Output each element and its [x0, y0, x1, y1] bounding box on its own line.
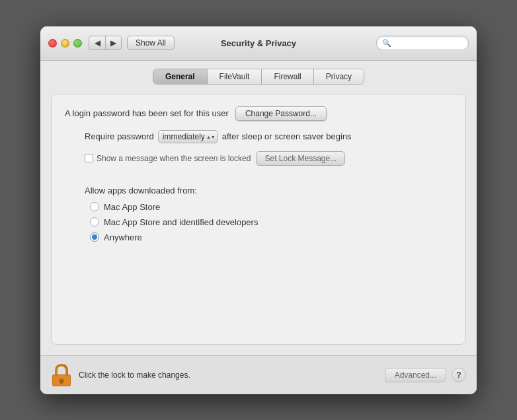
nav-buttons: ◀ ▶ — [89, 36, 122, 50]
bottom-bar: Click the lock to make changes. Advanced… — [40, 355, 477, 394]
lock-text: Click the lock to make changes. — [79, 370, 385, 380]
set-lock-message-button[interactable]: Set Lock Message... — [256, 151, 345, 166]
radio-mac-app-store-btn[interactable] — [90, 202, 99, 211]
svg-rect-3 — [61, 381, 63, 384]
radio-mac-app-store-identified-btn[interactable] — [90, 217, 99, 227]
radio-mac-app-store-label: Mac App Store — [104, 202, 160, 212]
after-sleep-text: after sleep or screen saver begins — [222, 131, 352, 141]
password-select[interactable]: immediately 5 seconds 1 minute 5 minutes… — [158, 130, 218, 143]
radio-mac-app-store-identified[interactable]: Mac App Store and identified developers — [90, 217, 452, 227]
login-password-text: A login password has been set for this u… — [65, 108, 229, 118]
tab-filevault[interactable]: FileVault — [208, 69, 262, 84]
search-input[interactable] — [394, 38, 463, 48]
titlebar: ◀ ▶ Show All Security & Privacy 🔍 — [40, 26, 477, 61]
lock-message-label-text: Show a message when the screen is locked — [97, 154, 251, 163]
allow-apps-title: Allow apps downloaded from: — [85, 186, 452, 195]
security-privacy-window: ◀ ▶ Show All Security & Privacy 🔍 Genera… — [40, 26, 477, 394]
help-button[interactable]: ? — [452, 368, 466, 382]
window-title: Security & Privacy — [221, 38, 296, 48]
content-area: General FileVault Firewall Privacy A log… — [40, 61, 477, 355]
show-all-button[interactable]: Show All — [127, 36, 175, 50]
radio-anywhere-btn[interactable] — [90, 232, 99, 242]
maximize-button[interactable] — [73, 39, 82, 48]
password-select-wrapper: immediately 5 seconds 1 minute 5 minutes… — [158, 130, 218, 143]
tab-general[interactable]: General — [153, 69, 208, 84]
lock-message-checkbox-label[interactable]: Show a message when the screen is locked — [85, 154, 251, 163]
require-password-label: Require password — [85, 131, 154, 141]
close-button[interactable] — [48, 39, 57, 48]
minimize-button[interactable] — [61, 39, 69, 48]
tab-firewall[interactable]: Firewall — [262, 69, 313, 84]
lock-icon[interactable] — [51, 363, 72, 388]
radio-mac-app-store[interactable]: Mac App Store — [90, 202, 452, 212]
tab-privacy[interactable]: Privacy — [314, 69, 364, 84]
search-box: 🔍 — [376, 36, 469, 50]
lock-message-row: Show a message when the screen is locked… — [85, 151, 452, 166]
radio-group: Mac App Store Mac App Store and identifi… — [90, 202, 452, 242]
tabs: General FileVault Firewall Privacy — [51, 69, 466, 85]
radio-mac-app-store-identified-label: Mac App Store and identified developers — [104, 217, 258, 227]
search-icon: 🔍 — [382, 39, 391, 48]
allow-apps-section: Allow apps downloaded from: Mac App Stor… — [85, 186, 452, 242]
lock-message-checkbox[interactable] — [85, 154, 93, 162]
traffic-lights — [48, 39, 82, 48]
nav-back-button[interactable]: ◀ — [89, 36, 105, 50]
radio-anywhere-label: Anywhere — [104, 232, 142, 242]
require-password-row: Require password immediately 5 seconds 1… — [85, 130, 452, 143]
nav-forward-button[interactable]: ▶ — [105, 36, 122, 50]
tab-container: General FileVault Firewall Privacy — [153, 69, 364, 85]
general-panel: A login password has been set for this u… — [51, 94, 466, 345]
change-password-button[interactable]: Change Password... — [235, 106, 327, 121]
login-password-row: A login password has been set for this u… — [65, 106, 452, 121]
advanced-button[interactable]: Advanced... — [385, 368, 446, 382]
radio-anywhere[interactable]: Anywhere — [90, 232, 452, 242]
